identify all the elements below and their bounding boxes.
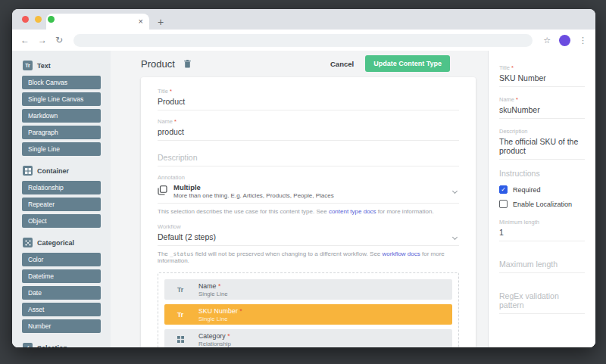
address-bar[interactable] — [73, 34, 533, 47]
localization-checkbox-label: Enable Localization — [513, 201, 572, 208]
sidebar-item-single-line-canvas[interactable]: Single Line Canvas — [22, 92, 101, 106]
text-group-icon: Tr — [23, 61, 33, 70]
sidebar-item-color[interactable]: Color — [22, 253, 101, 266]
field-row-type: Single Line — [198, 316, 242, 322]
required-asterisk: * — [174, 118, 176, 125]
panel-title-input[interactable]: SKU Number — [499, 73, 585, 82]
container-group-icon — [23, 166, 33, 176]
group-container: Container Relationship Repeater Object — [22, 166, 101, 228]
copy-icon — [158, 185, 167, 198]
sidebar-item-date[interactable]: Date — [22, 286, 101, 300]
sidebar-item-asset[interactable]: Asset — [22, 303, 101, 316]
sidebar-item-relationship[interactable]: Relationship — [22, 181, 101, 194]
minimize-window-button[interactable] — [35, 16, 42, 23]
tab-strip: × + — [12, 9, 595, 30]
window-controls — [22, 16, 55, 23]
field-row-title: SKU Number * — [198, 307, 242, 315]
required-checkbox[interactable]: ✓ — [499, 185, 508, 194]
group-text: Tr Text Block Canvas Single Line Canvas … — [22, 61, 101, 156]
panel-name-input[interactable]: skuNumber — [499, 105, 585, 114]
min-length-label: Minimum length — [499, 219, 585, 226]
chevron-down-icon — [452, 234, 458, 239]
group-categorical: Categorical Color Datetime Date Asset Nu… — [22, 238, 101, 333]
field-row-title: Category * — [198, 332, 231, 340]
group-label: Selection — [37, 344, 67, 348]
browser-toolbar: ← → ↻ ☆ ⋮ — [12, 30, 595, 51]
forward-icon[interactable]: → — [38, 36, 47, 45]
content-type-docs-link[interactable]: content type docs — [329, 208, 376, 215]
browser-tab[interactable]: × — [46, 14, 149, 30]
field-row-name[interactable]: Tr Name * Single Line — [164, 279, 452, 300]
sidebar-item-datetime[interactable]: Datetime — [22, 269, 101, 283]
single-line-icon: Tr — [175, 286, 186, 294]
panel-description-group: Description The official SKU of the prod… — [499, 128, 585, 160]
sidebar-item-paragraph[interactable]: Paragraph — [22, 126, 101, 139]
page-title: Product — [141, 58, 175, 70]
panel-name-label: Name * — [499, 96, 585, 103]
browser-menu-icon[interactable]: ⋮ — [579, 36, 587, 45]
localization-checkbox[interactable] — [499, 200, 508, 208]
description-field-group: Description — [158, 148, 459, 166]
required-asterisk: * — [239, 307, 242, 315]
cms-app: Tr Text Block Canvas Single Line Canvas … — [12, 51, 595, 347]
field-row-category[interactable]: Category * Relationship — [164, 329, 452, 347]
required-asterisk: * — [170, 88, 172, 95]
sidebar-item-single-line[interactable]: Single Line — [22, 142, 101, 156]
annotation-select-group: Annotation Multiple More than one thing.… — [158, 174, 459, 204]
sidebar-item-block-canvas[interactable]: Block Canvas — [22, 76, 101, 89]
editor-header: Product Cancel Update Content Type — [141, 55, 476, 72]
back-icon[interactable]: ← — [20, 36, 30, 45]
title-field-input[interactable]: Product — [158, 97, 459, 106]
workflow-docs-link[interactable]: workflow docs — [383, 250, 420, 257]
panel-title-group: Title * SKU Number — [499, 64, 585, 87]
browser-window: × + ← → ↻ ☆ ⋮ Tr Text Block Ca — [12, 9, 595, 347]
field-list-dropzone: Tr Name * Single Line Tr SKU Number * Si… — [158, 272, 459, 347]
chevron-down-icon — [452, 188, 458, 194]
reload-icon[interactable]: ↻ — [55, 36, 63, 45]
single-line-icon: Tr — [175, 311, 186, 319]
regex-group: RegEx validation pattern — [499, 287, 585, 314]
localization-checkbox-row[interactable]: Enable Localization — [499, 200, 585, 208]
instructions-input[interactable]: Instructions — [499, 169, 585, 178]
update-content-type-button[interactable]: Update Content Type — [365, 55, 450, 72]
title-field-label: Title * — [158, 88, 459, 95]
group-selection: ✓ Selection Dropdown — [22, 343, 101, 347]
sidebar-item-object[interactable]: Object — [22, 214, 101, 228]
title-field-group: Title * Product — [158, 88, 459, 110]
group-text-header: Tr Text — [23, 61, 101, 70]
content-type-editor: Product Cancel Update Content Type Title… — [111, 51, 488, 347]
workflow-helper-text: The _status field will not be preserved … — [158, 250, 459, 264]
sidebar-item-number[interactable]: Number — [22, 319, 101, 333]
cancel-button[interactable]: Cancel — [330, 60, 354, 68]
group-container-header: Container — [23, 166, 101, 176]
profile-avatar[interactable] — [559, 35, 570, 46]
relationship-icon — [175, 336, 186, 343]
group-label: Categorical — [37, 239, 74, 247]
close-tab-icon[interactable]: × — [139, 17, 143, 26]
content-type-form-card: Title * Product Name * product Descripti… — [141, 77, 476, 347]
annotation-helper-text: This selection describes the use case fo… — [158, 208, 459, 215]
description-field-input[interactable]: Description — [158, 153, 459, 162]
field-row-sku-number[interactable]: Tr SKU Number * Single Line — [164, 304, 452, 325]
sidebar-item-repeater[interactable]: Repeater — [22, 198, 101, 211]
name-field-input[interactable]: product — [158, 127, 459, 136]
bookmark-star-icon[interactable]: ☆ — [543, 36, 551, 45]
group-label: Text — [37, 62, 51, 70]
workflow-select[interactable]: Default (2 steps) — [158, 232, 459, 241]
header-actions: Cancel Update Content Type — [330, 55, 450, 72]
delete-content-type-icon[interactable] — [184, 60, 191, 68]
regex-input[interactable]: RegEx validation pattern — [499, 291, 585, 310]
min-length-input[interactable]: 1 — [499, 228, 585, 237]
max-length-group: Maximum length — [499, 255, 585, 273]
panel-description-input[interactable]: The official SKU of the product — [499, 137, 585, 155]
maximize-window-button[interactable] — [48, 16, 55, 23]
new-tab-button[interactable]: + — [158, 14, 164, 30]
annotation-selected-option: Multiple More than one thing. E.g. Artic… — [173, 183, 334, 199]
close-window-button[interactable] — [22, 16, 29, 23]
annotation-select[interactable]: Multiple More than one thing. E.g. Artic… — [158, 183, 459, 199]
selection-group-icon: ✓ — [23, 343, 33, 347]
sidebar-item-markdown[interactable]: Markdown — [22, 109, 101, 123]
required-checkbox-row[interactable]: ✓ Required — [499, 185, 585, 194]
name-field-group: Name * product — [158, 118, 459, 141]
max-length-input[interactable]: Maximum length — [499, 260, 585, 269]
